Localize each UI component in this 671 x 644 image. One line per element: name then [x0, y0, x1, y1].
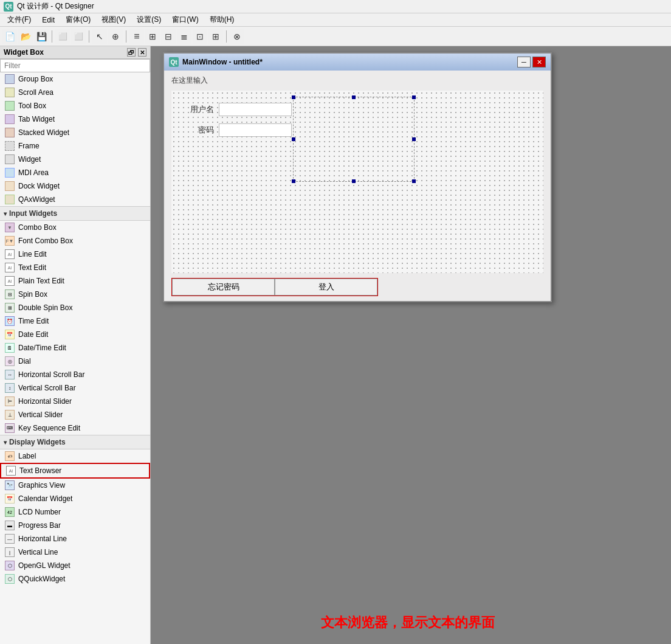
handle-br[interactable] — [412, 179, 416, 183]
sidebar-item-progress-bar[interactable]: ▬ Progress Bar — [0, 519, 150, 532]
handle-tc[interactable] — [352, 95, 356, 99]
toolbar-pointer-btn[interactable]: ↖ — [92, 29, 107, 44]
text-edit-label: Text Edit — [18, 263, 46, 272]
sidebar-item-time-edit[interactable]: ⏰ Time Edit — [0, 314, 150, 328]
password-input[interactable] — [219, 123, 292, 137]
sidebar-item-vertical-line[interactable]: | Vertical Line — [0, 545, 150, 559]
double-spin-box-icon: ⊞ — [5, 303, 15, 313]
widget-box-close-btn[interactable]: ✕ — [138, 48, 146, 57]
sidebar-item-plain-text-edit[interactable]: AI Plain Text Edit — [0, 274, 150, 288]
scroll-area-icon — [5, 88, 15, 97]
widget-icon — [5, 154, 15, 164]
menu-window2[interactable]: 窗口(W) — [167, 13, 203, 26]
handle-ml[interactable] — [292, 137, 295, 141]
mw-minimize-btn[interactable]: ─ — [517, 57, 531, 68]
handle-bl[interactable] — [292, 179, 295, 183]
sidebar-item-label[interactable]: 🏷 Label — [0, 449, 150, 463]
toolbar-layout5-btn[interactable]: ⊡ — [193, 29, 207, 44]
login-btn[interactable]: 登入 — [275, 279, 377, 296]
sidebar-item-vertical-slider[interactable]: ⊥ Vertical Slider — [0, 408, 150, 421]
sidebar-item-calendar-widget[interactable]: 📅 Calendar Widget — [0, 492, 150, 505]
text-browser-label: Text Browser — [19, 466, 61, 475]
horizontal-line-icon: — — [5, 534, 15, 544]
toolbar-layout1-btn[interactable]: ≡ — [129, 29, 144, 44]
sidebar-item-stacked-widget[interactable]: Stacked Widget — [0, 126, 150, 139]
mdi-area-icon — [5, 168, 15, 178]
sidebar-item-date-edit[interactable]: 📅 Date Edit — [0, 328, 150, 341]
widget-filter-input[interactable] — [0, 59, 150, 72]
sidebar-item-text-browser[interactable]: AI Text Browser — [0, 463, 150, 479]
mw-close-btn[interactable]: ✕ — [532, 57, 546, 68]
sidebar-item-vertical-scroll-bar[interactable]: ↕ Vertical Scroll Bar — [0, 381, 150, 395]
sidebar-item-horizontal-slider[interactable]: ⊢ Horizontal Slider — [0, 395, 150, 408]
tool-box-label: Tool Box — [18, 102, 46, 110]
sidebar-item-qquick-widget[interactable]: ⬡ QQuickWidget — [0, 572, 150, 586]
handle-mr[interactable] — [412, 137, 416, 141]
login-form: 用户名 密码 — [190, 103, 292, 144]
section-display-widgets[interactable]: ▾ Display Widgets — [0, 435, 150, 449]
sidebar-item-line-edit[interactable]: AI Line Edit — [0, 248, 150, 261]
tab-widget-label: Tab Widget — [18, 115, 55, 123]
sidebar-item-qax-widget[interactable]: QAxWidget — [0, 193, 150, 206]
mw-title-text: MainWindow - untitled* — [182, 58, 263, 66]
sidebar-item-mdi-area[interactable]: MDI Area — [0, 166, 150, 179]
toolbar-adjust-btn[interactable]: ⊗ — [230, 29, 244, 44]
tab-widget-icon — [5, 114, 15, 124]
section-input-label: Input Widgets — [9, 209, 57, 218]
font-combo-box-label: Font Combo Box — [18, 237, 73, 245]
sidebar-item-lcd-number[interactable]: 42 LCD Number — [0, 505, 150, 519]
menu-window[interactable]: 窗体(O) — [61, 13, 95, 26]
handle-tl[interactable] — [292, 95, 295, 99]
sidebar-item-tab-widget[interactable]: Tab Widget — [0, 113, 150, 126]
sidebar-item-datetime-edit[interactable]: 🗓 Date/Time Edit — [0, 341, 150, 355]
handle-tr[interactable] — [412, 95, 416, 99]
sidebar-item-graphics-view[interactable]: 🔭 Graphics View — [0, 479, 150, 492]
progress-bar-icon: ▬ — [5, 521, 15, 530]
toolbar-open-btn[interactable]: 📂 — [18, 29, 33, 44]
sidebar-item-horizontal-scroll-bar[interactable]: ↔ Horizontal Scroll Bar — [0, 368, 150, 381]
horizontal-scroll-bar-icon: ↔ — [5, 370, 15, 379]
widget-list: Group Box Scroll Area Tool Box Tab Widge… — [0, 72, 150, 644]
toolbar-layout3-btn[interactable]: ⊟ — [161, 29, 176, 44]
sidebar-item-font-combo-box[interactable]: F▼ Font Combo Box — [0, 234, 150, 248]
sidebar-item-scroll-area[interactable]: Scroll Area — [0, 86, 150, 99]
sidebar-item-dock-widget[interactable]: Dock Widget — [0, 179, 150, 193]
sidebar-item-dial[interactable]: ◎ Dial — [0, 355, 150, 368]
toolbar-copy-btn[interactable]: ⬜ — [55, 29, 70, 44]
sidebar-item-horizontal-line[interactable]: — Horizontal Line — [0, 532, 150, 545]
sidebar-item-combo-box[interactable]: ▼ Combo Box — [0, 221, 150, 234]
sidebar-item-frame[interactable]: Frame — [0, 139, 150, 153]
toolbar-save-btn[interactable]: 💾 — [34, 29, 49, 44]
progress-bar-label: Progress Bar — [18, 521, 61, 530]
menu-edit[interactable]: Edit — [37, 15, 60, 26]
sidebar-item-group-box[interactable]: Group Box — [0, 72, 150, 86]
handle-bc[interactable] — [352, 179, 356, 183]
toolbar-layout4-btn[interactable]: ≣ — [177, 29, 191, 44]
username-input[interactable] — [219, 103, 292, 116]
sidebar-item-key-sequence-edit[interactable]: ⌨ Key Sequence Edit — [0, 421, 150, 435]
menu-view[interactable]: 视图(V) — [97, 13, 131, 26]
widget-box-restore-btn[interactable]: 🗗 — [127, 48, 136, 57]
toolbar-layout2-btn[interactable]: ⊞ — [145, 29, 160, 44]
toolbar-paste-btn[interactable]: ⬜ — [71, 29, 86, 44]
menu-help[interactable]: 帮助(H) — [205, 13, 239, 26]
menu-settings[interactable]: 设置(S) — [132, 13, 166, 26]
sidebar-item-widget[interactable]: Widget — [0, 153, 150, 166]
date-edit-label: Date Edit — [18, 330, 48, 339]
sidebar-item-double-spin-box[interactable]: ⊞ Double Spin Box — [0, 301, 150, 314]
sidebar-item-spin-box[interactable]: ⊟ Spin Box — [0, 288, 150, 301]
sidebar-item-text-edit[interactable]: AI Text Edit — [0, 261, 150, 274]
sidebar-item-tool-box[interactable]: Tool Box — [0, 99, 150, 113]
sidebar-item-opengl-widget[interactable]: ⬡ OpenGL Widget — [0, 559, 150, 572]
section-input-widgets[interactable]: ▾ Input Widgets — [0, 206, 150, 221]
toolbar-layout6-btn[interactable]: ⊞ — [208, 29, 223, 44]
toolbar-connect-btn[interactable]: ⊕ — [108, 29, 123, 44]
menu-file[interactable]: 文件(F) — [2, 13, 36, 26]
time-edit-label: Time Edit — [18, 317, 49, 325]
time-edit-icon: ⏰ — [5, 316, 15, 326]
password-row: 密码 — [190, 123, 292, 137]
mw-dotted-canvas[interactable]: 用户名 密码 — [171, 91, 543, 273]
forgot-password-btn[interactable]: 忘记密码 — [172, 279, 275, 296]
toolbar-new-btn[interactable]: 📄 — [2, 29, 17, 44]
horizontal-slider-label: Horizontal Slider — [18, 397, 72, 406]
